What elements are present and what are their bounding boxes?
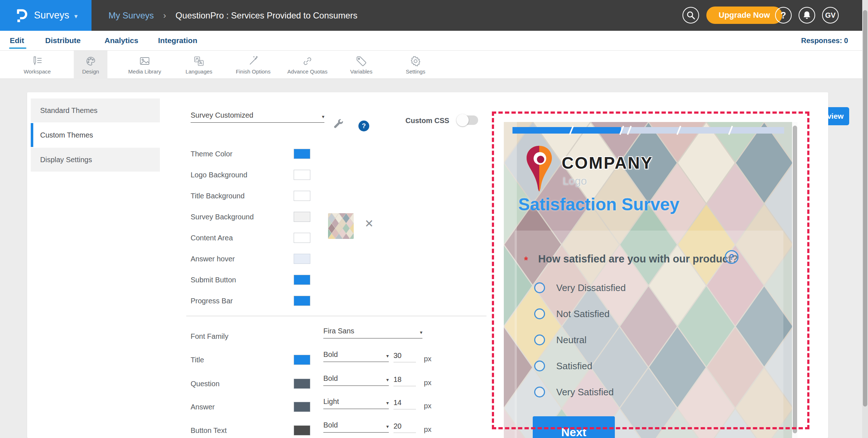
theme-tools-button[interactable] (332, 118, 345, 131)
question-size-input[interactable] (393, 375, 416, 386)
search-icon (686, 10, 695, 20)
title-weight-select[interactable]: Bold▾ (323, 350, 389, 362)
finish-options-wand-icon (247, 55, 259, 67)
remove-background-image-button[interactable]: ✕ (365, 218, 374, 229)
page-scrollbar-thumb[interactable] (863, 10, 867, 407)
button-text-size-unit: px (424, 425, 431, 434)
sidebar-item-standard-themes[interactable]: Standard Themes (31, 98, 160, 122)
title-font-color-swatch[interactable] (294, 355, 310, 365)
toolbar-item-languages[interactable]: Languages (177, 51, 221, 79)
answer-hover-swatch[interactable] (294, 254, 310, 264)
tile-pattern-thumbnail (328, 213, 354, 239)
toolbar-item-advance-quotas[interactable]: Advance Quotas (282, 51, 333, 79)
tab-integration[interactable]: Integration (158, 31, 197, 50)
toolbar-item-media-library[interactable]: Media Library (119, 51, 170, 79)
title-background-label: Title Background (191, 191, 244, 201)
tab-analytics[interactable]: Analytics (105, 31, 138, 50)
submit-button-swatch[interactable] (294, 275, 310, 285)
survey-progress-bar (512, 127, 784, 134)
questionpro-surveys-menu[interactable]: Surveys ▾ (0, 0, 92, 31)
design-toolbar: Workspace Design Media Library Languages… (0, 51, 868, 79)
content-area-swatch[interactable] (294, 233, 310, 243)
button-text-color-swatch[interactable] (294, 425, 310, 435)
survey-title: Satisfaction Survey (518, 194, 680, 214)
font-family-select[interactable]: Fira Sans▾ (323, 327, 422, 338)
question-help-button[interactable]: ? (725, 250, 739, 264)
breadcrumb-my-surveys-link[interactable]: My Surveys (109, 10, 154, 21)
next-button[interactable]: Next (533, 416, 615, 438)
toggle-knob (456, 114, 469, 126)
theme-color-swatch[interactable] (294, 149, 310, 159)
help-icon: ? (780, 10, 786, 21)
button-text-weight-select[interactable]: Bold▾ (323, 421, 389, 433)
survey-background-image-thumbnail[interactable] (328, 213, 354, 239)
section-divider (186, 316, 486, 316)
theme-color-label: Theme Color (191, 149, 233, 159)
upgrade-now-button[interactable]: Upgrade Now (706, 7, 782, 24)
page-scrollbar-track[interactable] (862, 0, 868, 438)
wrench-icon (332, 118, 345, 131)
radio-not-satisfied[interactable] (534, 308, 545, 319)
help-button[interactable]: ? (775, 7, 792, 24)
sidebar-item-custom-themes[interactable]: Custom Themes (31, 123, 160, 147)
title-background-swatch[interactable] (294, 191, 310, 201)
button-text-font-label: Button Text (191, 425, 227, 435)
required-marker: * (524, 254, 528, 266)
theme-help-button[interactable]: ? (358, 121, 369, 131)
submit-button-label: Submit Button (191, 275, 236, 285)
workspace-icon (31, 55, 43, 67)
toolbar-item-finish-options[interactable]: Finish Options (228, 51, 278, 79)
tab-distribute[interactable]: Distribute (45, 31, 81, 50)
custom-css-label: Custom CSS (405, 115, 449, 126)
question-font-color-swatch[interactable] (294, 379, 310, 389)
question-weight-select[interactable]: Bold▾ (323, 374, 389, 386)
option-label: Not Satisfied (556, 308, 609, 320)
toolbar-item-settings[interactable]: Settings (394, 51, 437, 79)
company-logo-subtext: Logo (563, 175, 587, 187)
company-logo-text: COMPANY (562, 153, 653, 173)
active-tab-underline (9, 47, 26, 49)
font-family-label: Font Family (191, 331, 228, 341)
progress-bar-fill (512, 127, 621, 134)
design-palette-icon (85, 55, 97, 67)
radio-neutral[interactable] (534, 334, 545, 345)
bell-icon (803, 10, 811, 20)
chevron-down-icon: ▾ (322, 114, 324, 119)
question-font-label: Question (191, 379, 220, 389)
notifications-button[interactable] (799, 7, 815, 24)
toolbar-item-workspace[interactable]: Workspace (14, 51, 60, 79)
breadcrumb-separator: › (163, 10, 166, 21)
preview-scrollbar-thumb[interactable] (793, 126, 797, 433)
question-text: How satisfied are you with our product? (538, 253, 738, 265)
preview-scrollbar-track[interactable] (792, 122, 797, 438)
button-text-size-input[interactable] (393, 422, 416, 433)
toolbar-item-variables[interactable]: Variables (340, 51, 383, 79)
theme-select[interactable]: Survey Customized▾ (191, 111, 324, 123)
toolbar-item-design[interactable]: Design (74, 51, 107, 79)
top-header-bar: Surveys ▾ My Surveys › QuestionPro : Ser… (0, 0, 868, 31)
avatar-initials: GV (825, 11, 836, 20)
option-label: Neutral (556, 334, 587, 346)
chevron-down-icon: ▾ (75, 12, 78, 20)
survey-background-swatch[interactable] (294, 212, 310, 222)
questionpro-logo-icon (14, 7, 29, 24)
answer-font-color-swatch[interactable] (294, 402, 310, 412)
answer-font-label: Answer (191, 402, 215, 412)
logo-background-swatch[interactable] (294, 170, 310, 180)
radio-very-satisfied[interactable] (534, 387, 545, 397)
media-library-icon (139, 55, 150, 67)
surveys-product-label: Surveys (34, 10, 69, 21)
sidebar-item-display-settings[interactable]: Display Settings (31, 148, 160, 172)
title-size-input[interactable] (393, 351, 416, 362)
avatar[interactable]: GV (822, 7, 839, 24)
radio-very-dissatisfied[interactable] (534, 282, 545, 293)
radio-satisfied[interactable] (534, 361, 545, 371)
logo-background-label: Logo Background (191, 170, 247, 180)
custom-css-toggle[interactable] (458, 115, 478, 125)
variables-tag-icon (356, 55, 367, 67)
answer-size-input[interactable] (393, 399, 416, 409)
answer-weight-select[interactable]: Light▾ (323, 397, 389, 409)
content-area-label: Content Area (191, 233, 233, 243)
progress-bar-swatch[interactable] (294, 296, 310, 306)
search-button[interactable] (682, 7, 699, 24)
